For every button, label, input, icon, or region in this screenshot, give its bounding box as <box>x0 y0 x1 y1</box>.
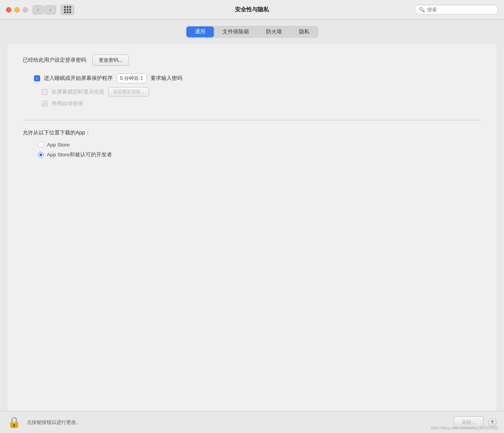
radio-appstore-dev[interactable] <box>38 152 44 158</box>
sleep-dropdown[interactable]: 5 分钟后 ▲ ▼ <box>117 73 147 83</box>
titlebar: ‹ › 安全性与隐私 🔍 <box>0 0 504 20</box>
set-lock-info-button[interactable]: 设定锁定信息... <box>108 87 149 97</box>
search-box[interactable]: 🔍 <box>415 5 498 14</box>
watermark: https://blog.csdn.net/wuzhu_412003588 <box>431 426 498 430</box>
tab-firewall[interactable]: 防火墙 <box>258 26 290 37</box>
divider <box>23 120 481 120</box>
change-password-button[interactable]: 更改密码... <box>92 55 129 66</box>
sleep-dropdown-value: 5 分钟后 <box>120 75 139 82</box>
password-row: 已经给此用户设定登录密码 更改密码... <box>23 55 481 66</box>
help-button[interactable]: ? <box>488 418 496 427</box>
main-content: 通用 文件保险箱 防火墙 隐私 已经给此用户设定登录密码 更改密码... 进入睡… <box>0 20 504 411</box>
password-label: 已经给此用户设定登录密码 <box>23 57 86 64</box>
close-button[interactable] <box>6 7 11 12</box>
bottom-bar: 🔒 点按锁按钮以进行更改。 高级... ? https://blog.csdn.… <box>0 411 504 433</box>
download-section: 允许从以下位置下载的App： App Store App Store和被认可的开… <box>23 129 481 162</box>
apps-grid-button[interactable] <box>61 5 74 15</box>
sleep-checkbox[interactable] <box>34 75 40 81</box>
grid-icon <box>64 6 71 13</box>
lock-status-text: 点按锁按钮以进行更改。 <box>27 419 449 426</box>
sleep-label-prefix: 进入睡眠或开始屏幕保护程序 <box>44 75 113 82</box>
disable-auto-login-option-row: 停用自动登录 <box>42 100 481 107</box>
minimize-button[interactable] <box>14 7 20 12</box>
disable-auto-login-label: 停用自动登录 <box>51 100 83 107</box>
radio-appstore-dev-label: App Store和被认可的开发者 <box>47 151 112 158</box>
search-input[interactable] <box>427 7 494 12</box>
search-icon: 🔍 <box>419 7 425 12</box>
nav-buttons: ‹ › <box>33 5 56 14</box>
lock-icon: 🔒 <box>8 416 21 428</box>
tab-group: 通用 文件保险箱 防火墙 隐私 <box>186 26 319 38</box>
maximize-button[interactable] <box>23 7 28 12</box>
forward-button[interactable]: › <box>45 5 56 14</box>
radio-appstore-label: App Store <box>47 142 70 148</box>
back-button[interactable]: ‹ <box>33 5 44 14</box>
tab-general[interactable]: 通用 <box>187 26 214 37</box>
window-controls <box>6 7 28 12</box>
dropdown-arrows-icon: ▲ ▼ <box>140 75 143 81</box>
radio-row-appstore-dev: App Store和被认可的开发者 <box>38 151 481 158</box>
window-title: 安全性与隐私 <box>235 6 269 13</box>
tabs-row: 通用 文件保险箱 防火墙 隐私 <box>8 26 496 38</box>
show-message-option-row: 在屏幕锁定时显示信息 设定锁定信息... <box>42 87 481 97</box>
disable-auto-login-checkbox[interactable] <box>42 101 48 107</box>
tab-filevault[interactable]: 文件保险箱 <box>214 26 257 37</box>
download-label: 允许从以下位置下载的App： <box>23 129 481 136</box>
radio-row-appstore: App Store <box>38 142 481 148</box>
sleep-label-suffix: 要求输入密码 <box>151 75 182 82</box>
tab-privacy[interactable]: 隐私 <box>291 26 318 37</box>
show-message-label: 在屏幕锁定时显示信息 <box>51 89 104 95</box>
settings-panel: 已经给此用户设定登录密码 更改密码... 进入睡眠或开始屏幕保护程序 5 分钟后… <box>8 44 496 411</box>
radio-appstore[interactable] <box>38 142 44 148</box>
sleep-option-row: 进入睡眠或开始屏幕保护程序 5 分钟后 ▲ ▼ 要求输入密码 <box>34 73 481 83</box>
show-message-checkbox[interactable] <box>42 89 48 95</box>
